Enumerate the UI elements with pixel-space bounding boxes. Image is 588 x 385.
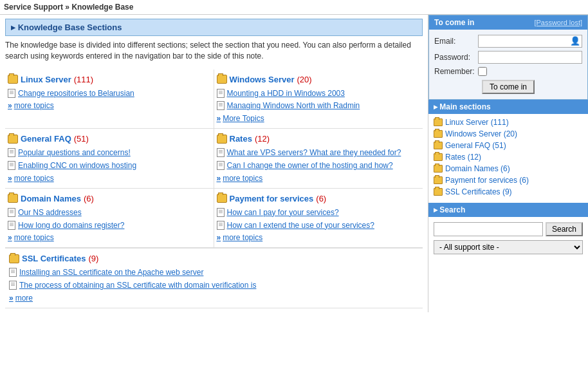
section-count-payment: (6) bbox=[316, 194, 326, 203]
section-link-windows[interactable]: Windows Server bbox=[230, 75, 295, 84]
topic-link[interactable]: Enabling CNC on windows hosting bbox=[18, 160, 136, 171]
topic-link[interactable]: Our NS addresses bbox=[18, 207, 82, 218]
topic-item: Mounting a HDD in Windows 2003 bbox=[217, 88, 419, 99]
topic-link[interactable]: Installing an SSL certificate on the Apa… bbox=[19, 267, 203, 278]
sidebar-item-faq[interactable]: General FAQ (51) bbox=[434, 141, 583, 150]
remember-row: Remember: bbox=[434, 67, 582, 76]
folder-icon-ssl bbox=[9, 254, 19, 263]
more-topics-domains[interactable]: » more topics bbox=[8, 233, 210, 242]
sidebar-link-windows[interactable]: Windows Server (20) bbox=[445, 129, 517, 138]
more-topics-faq[interactable]: » more topics bbox=[8, 174, 210, 183]
main-sections-list: Linux Server (111) Windows Server (20) G… bbox=[428, 114, 588, 203]
folder-icon-sm bbox=[434, 176, 443, 184]
remember-checkbox[interactable] bbox=[478, 67, 487, 76]
search-box: ▸ Search Search - All support site - Kno… bbox=[428, 203, 588, 259]
more-topics-linux[interactable]: » more topics bbox=[8, 101, 210, 110]
email-input-wrapper: 👤 bbox=[478, 35, 582, 48]
topic-link[interactable]: How can I extend the use of your service… bbox=[227, 220, 374, 231]
topic-link[interactable]: Popular questions and concerns! bbox=[18, 147, 131, 158]
search-header: ▸ Search bbox=[428, 203, 588, 217]
sidebar-item-windows[interactable]: Windows Server (20) bbox=[434, 129, 583, 138]
remember-label: Remember: bbox=[434, 67, 478, 76]
sidebar-link-rates[interactable]: Rates (12) bbox=[445, 153, 481, 162]
password-input[interactable] bbox=[478, 51, 582, 64]
topic-link[interactable]: How can I pay for your services? bbox=[227, 207, 339, 218]
section-linux-server: Linux Server (111) Change repositories t… bbox=[5, 70, 214, 129]
sidebar-link-linux[interactable]: Linux Server (111) bbox=[445, 118, 509, 127]
search-button[interactable]: Search bbox=[546, 222, 583, 236]
more-topics-payment[interactable]: » more topics bbox=[217, 233, 419, 242]
topic-link[interactable]: The process of obtaining an SSL certific… bbox=[19, 280, 256, 291]
sidebar-link-ssl[interactable]: SSL Certificates (9) bbox=[445, 187, 512, 196]
more-topics-ssl[interactable]: » more bbox=[9, 294, 419, 303]
doc-icon bbox=[8, 148, 15, 157]
section-domain-names: Domain Names (6) Our NS addresses How lo… bbox=[5, 189, 214, 249]
section-count-faq: (51) bbox=[74, 134, 89, 144]
folder-icon-sm bbox=[434, 153, 443, 161]
main-sections-header: ▸ Main sections bbox=[428, 100, 588, 114]
breadcrumb-part2: Knowledge Base bbox=[71, 3, 133, 12]
sidebar-item-ssl[interactable]: SSL Certificates (9) bbox=[434, 187, 583, 196]
topic-item: How long do domains register? bbox=[8, 220, 210, 231]
login-header: To come in [Password lost] bbox=[429, 15, 587, 30]
folder-icon-windows bbox=[217, 75, 227, 84]
folder-icon-sm bbox=[434, 165, 443, 173]
section-count-linux: (111) bbox=[74, 75, 93, 84]
login-button[interactable]: To come in bbox=[482, 80, 535, 94]
topic-link[interactable]: Managing Windows North with Radmin bbox=[227, 100, 360, 111]
main-sections-box: ▸ Main sections Linux Server (111) Windo… bbox=[428, 100, 588, 203]
more-topics-windows[interactable]: » More Topics bbox=[217, 114, 419, 123]
doc-icon bbox=[8, 89, 15, 98]
topic-item: Managing Windows North with Radmin bbox=[217, 100, 419, 111]
section-title-ssl: SSL Certificates (9) bbox=[9, 254, 419, 263]
sidebar-link-payment[interactable]: Payment for services (6) bbox=[445, 176, 529, 185]
section-title-domains: Domain Names (6) bbox=[8, 194, 210, 203]
kb-title-bar: ▸ Knowledge Base Sections bbox=[5, 19, 423, 36]
topic-link[interactable]: How long do domains register? bbox=[18, 220, 124, 231]
topic-item: What are VPS servers? What are they need… bbox=[217, 147, 419, 158]
section-count-ssl: (9) bbox=[88, 254, 98, 263]
section-link-faq[interactable]: General FAQ bbox=[21, 134, 71, 144]
breadcrumb: Service Support » Knowledge Base bbox=[0, 0, 588, 15]
section-link-domains[interactable]: Domain Names bbox=[21, 194, 81, 203]
login-form: Email: 👤 Password: Remember: To come in bbox=[429, 30, 587, 99]
doc-icon bbox=[217, 208, 225, 217]
search-scope-select[interactable]: - All support site - Knowledge Base Foru… bbox=[434, 240, 583, 254]
email-input[interactable] bbox=[478, 35, 582, 48]
kb-title: Knowledge Base Sections bbox=[18, 23, 122, 32]
topic-link[interactable]: Mounting a HDD in Windows 2003 bbox=[227, 88, 345, 99]
more-topics-rates[interactable]: » more topics bbox=[217, 174, 419, 183]
search-input[interactable] bbox=[434, 222, 543, 236]
topic-item: The process of obtaining an SSL certific… bbox=[9, 280, 419, 291]
section-count-rates: (12) bbox=[255, 134, 270, 144]
folder-icon-payment bbox=[217, 194, 227, 203]
sidebar-item-rates[interactable]: Rates (12) bbox=[434, 153, 583, 162]
section-link-ssl[interactable]: SSL Certificates bbox=[22, 254, 86, 263]
section-payment: Payment for services (6) How can I pay f… bbox=[214, 189, 423, 249]
topic-item: Popular questions and concerns! bbox=[8, 147, 210, 158]
doc-icon bbox=[217, 89, 225, 98]
folder-icon-sm bbox=[434, 142, 443, 149]
topic-link[interactable]: What are VPS servers? What are they need… bbox=[227, 147, 401, 158]
sidebar-item-linux[interactable]: Linux Server (111) bbox=[434, 118, 583, 127]
sidebar-link-domains[interactable]: Domain Names (6) bbox=[445, 164, 510, 173]
kb-intro: The knowledge base is divided into diffe… bbox=[5, 40, 423, 62]
section-link-rates[interactable]: Rates bbox=[230, 134, 252, 144]
section-link-payment[interactable]: Payment for services bbox=[230, 194, 314, 203]
folder-icon-linux bbox=[8, 75, 18, 84]
section-windows-server: Windows Server (20) Mounting a HDD in Wi… bbox=[214, 70, 423, 129]
topic-link[interactable]: Change repositories to Belarusian bbox=[18, 88, 134, 99]
password-lost-link[interactable]: [Password lost] bbox=[534, 19, 582, 26]
search-row: Search bbox=[434, 222, 583, 236]
topic-link[interactable]: Can I change the owner of the hosting an… bbox=[227, 160, 393, 171]
user-icon: 👤 bbox=[570, 36, 580, 46]
sidebar-item-domains[interactable]: Domain Names (6) bbox=[434, 164, 583, 173]
folder-icon-sm bbox=[434, 118, 443, 126]
folder-icon-sm bbox=[434, 130, 443, 138]
sidebar-link-faq[interactable]: General FAQ (51) bbox=[445, 141, 506, 150]
doc-icon bbox=[8, 221, 15, 230]
sidebar-item-payment[interactable]: Payment for services (6) bbox=[434, 176, 583, 185]
topic-item: How can I pay for your services? bbox=[217, 207, 419, 218]
doc-icon bbox=[217, 148, 225, 157]
section-link-linux[interactable]: Linux Server bbox=[21, 75, 71, 84]
